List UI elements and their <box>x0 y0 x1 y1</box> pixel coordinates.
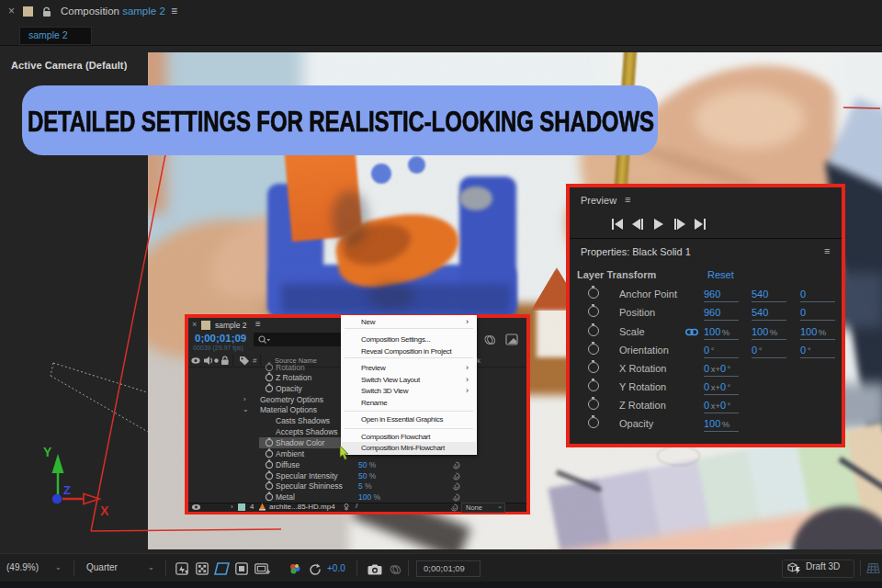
svg-text:Z: Z <box>63 483 71 497</box>
svg-text:Y: Y <box>43 445 52 459</box>
svg-text:X: X <box>100 503 109 518</box>
